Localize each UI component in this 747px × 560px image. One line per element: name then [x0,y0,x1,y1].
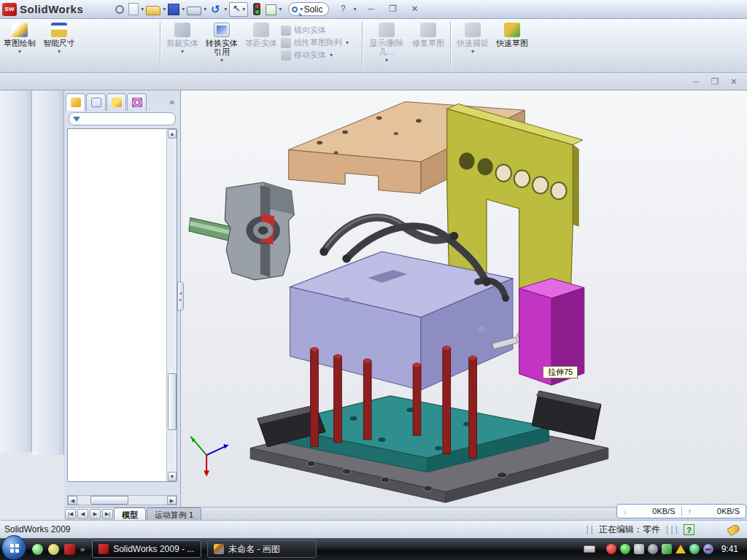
doc-minimize-button[interactable]: ─ [689,77,703,88]
save-icon[interactable] [168,4,179,15]
restore-button[interactable]: ❐ [384,4,400,15]
model-graphics [181,90,747,507]
part-clamp-block[interactable] [225,182,294,280]
tab-featuremanager[interactable] [66,93,85,111]
tab-propertymanager[interactable] [86,93,106,111]
paint-task-icon [214,544,224,554]
coordinate-triad [191,437,228,476]
messenger-icon[interactable] [32,544,43,555]
pin-icon[interactable] [115,5,124,14]
scroll-right-arrow[interactable]: ▶ [167,496,177,505]
quick-tips-icon[interactable]: ? [684,524,694,535]
display-delete-relations-button: 显示/删除几...▾ [365,19,409,63]
security-shield-icon[interactable] [620,544,630,554]
open-icon[interactable] [146,6,160,15]
tab-scroll-prev[interactable]: ◀ [77,509,88,519]
tree-vertical-scrollbar[interactable]: ▲ ▼ [166,129,177,481]
keyboard-layout-icon[interactable] [584,545,595,553]
panel-tabs: » [64,90,180,111]
antivirus-shield-icon[interactable] [606,544,616,554]
shield-plus-icon[interactable] [689,544,700,554]
repair-sketch-button: 修复草图 [409,19,448,47]
scroll-left-arrow[interactable]: ◀ [68,496,77,505]
smart-dimension-button[interactable]: 智能尺寸▾ [39,19,79,55]
dropdown-caret: ▾ [279,6,282,12]
tab-model[interactable]: 模型 [114,508,146,520]
windows-taskbar: » SolidWorks 2009 - ... 未命名 - 画图 9:41 [0,538,747,560]
new-document-icon[interactable] [128,3,139,15]
print-icon[interactable] [187,7,201,15]
scroll-up-arrow[interactable]: ▲ [168,129,177,139]
taskbar-button-paint[interactable]: 未命名 - 画图 [207,540,317,558]
divider: | | | [666,524,678,534]
doc-restore-button[interactable]: ❐ [708,77,722,88]
tree-filter-input[interactable] [69,112,176,125]
quick-snaps-icon [465,23,481,37]
sketch-commandmanager-toolbar: 草图绘制▾ 智能尺寸▾ 剪裁实体▾ 转换实体引用▾ 等距实体 镜向实体 线性草图… [0,19,747,73]
dropdown-caret: ▾ [353,6,356,12]
commandmanager-tab-row: ─ ❐ ✕ [0,73,747,90]
solidworks-shortcut-icon[interactable] [64,544,75,555]
quick-snaps-button: 快速捕捉▾ [453,19,492,55]
rebuild-icon[interactable] [253,3,260,15]
scroll-down-arrow[interactable]: ▼ [168,472,177,481]
dropdown-caret: ▾ [141,6,144,12]
minimize-button[interactable]: ─ [363,4,379,15]
tab-dimxpertmanager[interactable] [127,93,147,111]
taskbar-button-solidworks[interactable]: SolidWorks 2009 - ... [92,540,201,558]
panel-splitter[interactable]: ◂▸ [177,281,184,311]
network-meter: ↓0KB/S ↑0KB/S [616,504,746,518]
tag-icon[interactable] [727,523,740,536]
sketch-button[interactable]: 草图绘制▾ [0,19,39,55]
part-cavity-block[interactable] [290,252,525,390]
close-button[interactable]: ✕ [406,4,422,15]
search-box[interactable]: ▾ Solic [288,2,329,16]
doc-close-button[interactable]: ✕ [727,77,741,88]
alert-icon[interactable] [676,545,686,553]
feature-tooltip: 拉伸75 [543,366,578,378]
tree-horizontal-scrollbar[interactable]: ◀ ▶ [67,495,177,505]
search-input[interactable]: Solic [303,4,322,15]
panel-expand-button[interactable]: » [169,97,179,107]
badge-icon[interactable] [634,544,644,554]
move-entities-icon [281,50,291,61]
dropdown-caret: ▾ [181,48,184,55]
select-tool[interactable]: ↖▾ [229,2,248,17]
configurationmanager-icon [112,98,122,107]
divider: | | [586,524,593,534]
convert-entities-icon [214,23,230,37]
divider [362,22,363,67]
options-icon[interactable] [266,4,276,15]
upload-speed: 0KB/S [717,507,740,516]
download-speed: 0KB/S [652,507,675,516]
dropdown-caret: ▾ [300,6,303,12]
dropdown-caret: ▾ [242,6,245,12]
start-button[interactable] [1,535,26,560]
tab-motion-study[interactable]: 运动算例 1 [147,508,201,520]
tab-scroll-next[interactable]: ▶ [90,509,101,519]
featuremanager-panel: » ▲ ▼ ◀ ▶ [64,90,181,507]
editing-status: 正在编辑：零件 [599,524,660,536]
tab-configurationmanager[interactable] [107,93,126,111]
tab-scroll-first[interactable]: |◀ [65,509,76,519]
upload-arrow-icon: ↑ [688,507,692,516]
undo-icon[interactable]: ↺ [209,3,222,16]
rapid-sketch-button[interactable]: 快速草图 [492,19,532,47]
scrollbar-thumb[interactable] [90,496,128,505]
rapid-sketch-icon [504,23,520,37]
divider [160,22,160,67]
volume-icon[interactable] [648,544,658,554]
signal-icon[interactable] [662,544,672,554]
propertymanager-icon [91,98,101,107]
offset-entities-button: 等距实体 [241,19,281,47]
feature-tree: ▲ ▼ [67,128,177,482]
help-button[interactable]: ? [335,4,351,15]
tab-scroll-last[interactable]: ▶| [102,509,113,519]
quick-launch-more[interactable]: » [80,545,85,553]
convert-entities-button[interactable]: 转换实体引用▾ [202,19,241,63]
launcher-icon[interactable] [48,544,59,555]
trim-icon [174,23,190,37]
sketch-icon [12,23,28,37]
sync-blocked-icon[interactable] [703,544,713,554]
scrollbar-thumb[interactable] [168,373,177,430]
